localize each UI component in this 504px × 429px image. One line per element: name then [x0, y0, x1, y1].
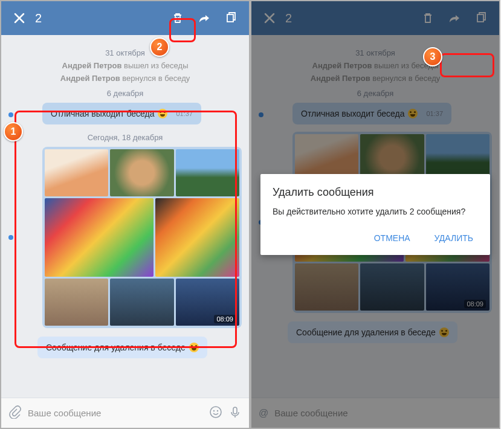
attached-image[interactable]: 08:09: [176, 279, 239, 326]
dialog-title: Удалить сообщения: [273, 186, 478, 199]
attached-image[interactable]: [155, 198, 239, 277]
system-message: Андрей Петров вышел из беседы: [8, 61, 242, 70]
selection-header: 2: [1, 1, 249, 35]
annotation-badge-3: 3: [423, 47, 442, 66]
chat-area: 31 октября Андрей Петров вышел из беседы…: [1, 35, 249, 398]
annotation-badge-1: 1: [4, 122, 23, 141]
attached-image[interactable]: [176, 149, 239, 196]
system-message: Андрей Петров вернулся в беседу: [8, 74, 242, 83]
selection-dot: [8, 235, 13, 240]
message-bubble[interactable]: Отличная выходит беседа 01:37: [42, 103, 201, 124]
date-separator: 31 октября: [8, 48, 242, 57]
delete-icon[interactable]: [167, 7, 189, 29]
selection-count: 2: [30, 11, 167, 25]
svg-point-2: [213, 410, 215, 411]
message-input-bar: Ваше сообщение: [1, 398, 249, 428]
svg-rect-0: [227, 15, 233, 22]
screenshot-right: 2 31 октября Андрей Петров вышел из бесе…: [250, 0, 500, 429]
cancel-button[interactable]: ОТМЕНА: [369, 230, 415, 247]
close-icon[interactable]: [8, 7, 30, 29]
attach-icon[interactable]: [8, 405, 22, 421]
attached-image[interactable]: [45, 149, 108, 196]
svg-rect-4: [233, 407, 237, 414]
reply-icon[interactable]: [193, 7, 215, 29]
modal-overlay[interactable]: Удалить сообщения Вы действительно хотит…: [251, 1, 499, 428]
date-separator: 6 декабря: [8, 89, 242, 98]
confirm-delete-button[interactable]: УДАЛИТЬ: [430, 230, 478, 247]
selection-dot: [8, 112, 13, 117]
delete-confirm-dialog: Удалить сообщения Вы действительно хотит…: [260, 174, 490, 256]
voice-icon[interactable]: [228, 405, 242, 421]
message-input[interactable]: Ваше сообщение: [28, 408, 203, 418]
smile-emoji: [189, 343, 199, 352]
attached-image[interactable]: [45, 198, 153, 277]
smile-emoji: [158, 109, 167, 118]
svg-point-1: [210, 407, 221, 418]
date-separator: Сегодня, 18 декабря: [8, 133, 242, 142]
annotation-badge-2: 2: [150, 37, 169, 57]
image-attachment-grid[interactable]: 08:09: [42, 147, 242, 328]
attached-image[interactable]: [45, 279, 108, 326]
emoji-icon[interactable]: [209, 405, 222, 421]
screenshot-left: 2 2 31 октября Андрей Петров вышел из бе…: [0, 0, 250, 429]
dialog-body: Вы действительно хотите удалить 2 сообще…: [273, 206, 478, 218]
attached-image[interactable]: [110, 149, 173, 196]
svg-point-3: [217, 410, 218, 411]
copy-icon[interactable]: [220, 7, 242, 29]
attached-image[interactable]: [110, 279, 173, 326]
message-bubble[interactable]: Сообщение для удаления в беседе: [37, 337, 207, 358]
